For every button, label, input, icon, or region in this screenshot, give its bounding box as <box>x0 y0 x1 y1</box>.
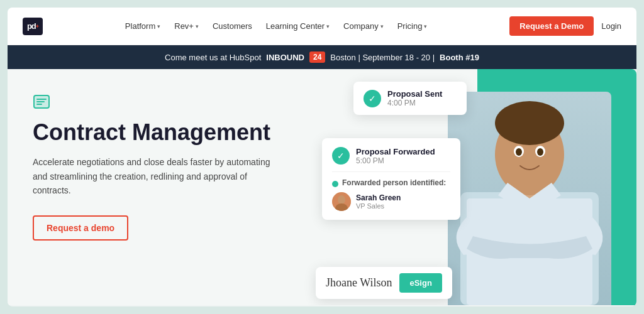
nav-item-customers[interactable]: Customers <box>208 18 257 35</box>
chevron-down-icon: ▾ <box>196 23 199 30</box>
nav-item-platform[interactable]: Platform ▾ <box>120 18 165 35</box>
nav-item-learning[interactable]: Learning Center ▾ <box>261 18 335 35</box>
check-icon: ✓ <box>332 147 350 165</box>
hero-subtitle: Accelerate negotiations and close deals … <box>33 155 272 197</box>
chevron-down-icon: ▾ <box>326 23 330 30</box>
dot-icon <box>332 181 338 187</box>
person-details: Sarah Green VP Sales <box>356 193 401 210</box>
avatar <box>332 192 351 211</box>
request-demo-button[interactable]: Request a Demo <box>509 16 594 36</box>
nav-label-pricing: Pricing <box>397 21 423 31</box>
person-name: Sarah Green <box>356 193 401 202</box>
nav-label-company: Company <box>343 21 379 31</box>
logo-text: pd <box>27 21 36 31</box>
card-proposal-sent: ✓ Proposal Sent 4:00 PM <box>353 82 467 115</box>
nav-label-customers: Customers <box>213 21 252 31</box>
forwarded-time: 5:00 PM <box>356 156 435 165</box>
svg-point-11 <box>516 148 522 156</box>
banner-badge: 24 <box>309 51 325 63</box>
check-icon: ✓ <box>364 90 381 107</box>
banner-prefix: Come meet us at HubSpot <box>165 53 261 62</box>
esign-button[interactable]: eSign <box>399 273 441 293</box>
contract-icon <box>33 94 322 113</box>
chevron-down-icon: ▾ <box>157 23 160 30</box>
main-container: pd + Platform ▾ Rev+ ▾ Customers Learnin… <box>8 8 636 306</box>
navbar-nav: Platform ▾ Rev+ ▾ Customers Learning Cen… <box>120 18 433 35</box>
svg-point-15 <box>338 195 345 204</box>
proposal-sent-label: Proposal Sent <box>387 89 442 99</box>
outer-wrapper: pd + Platform ▾ Rev+ ▾ Customers Learnin… <box>0 8 644 314</box>
nav-item-rev[interactable]: Rev+ ▾ <box>169 18 204 35</box>
forwarded-row: ✓ Proposal Forwarded 5:00 PM <box>332 147 450 165</box>
hero-right: ✓ Proposal Sent 4:00 PM ✓ Proposal Forwa… <box>347 69 636 305</box>
hero-cta-button[interactable]: Request a demo <box>33 215 128 241</box>
forwarded-person-section: Forwarded person identified: <box>332 171 450 211</box>
nav-label-platform: Platform <box>125 21 155 31</box>
nav-label-rev: Rev+ <box>174 21 194 31</box>
svg-point-8 <box>495 101 564 145</box>
logo[interactable]: pd + <box>23 18 43 35</box>
person-row: Sarah Green VP Sales <box>332 192 450 211</box>
nav-item-pricing[interactable]: Pricing ▾ <box>392 18 433 35</box>
chevron-down-icon: ▾ <box>380 23 384 30</box>
forwarded-section-text: Forwarded person identified: <box>342 178 446 187</box>
forwarded-info: Proposal Forwarded 5:00 PM <box>356 147 435 165</box>
nav-label-learning: Learning Center <box>266 21 325 31</box>
card-esign: Jhoane Wilson eSign <box>316 267 452 299</box>
proposal-sent-time: 4:00 PM <box>387 99 442 107</box>
banner-suffix: Boston | September 18 - 20 | <box>330 53 435 62</box>
banner-brand: INBOUND <box>266 53 304 62</box>
person-title: VP Sales <box>356 202 401 210</box>
svg-point-12 <box>537 148 543 156</box>
navbar-actions: Request a Demo Login <box>509 16 621 36</box>
navbar: pd + Platform ▾ Rev+ ▾ Customers Learnin… <box>8 8 636 45</box>
banner-booth: Booth #19 <box>440 53 479 62</box>
login-button[interactable]: Login <box>601 21 621 31</box>
nav-item-company[interactable]: Company ▾ <box>338 18 389 35</box>
hero-section: Contract Management Accelerate negotiati… <box>8 69 636 305</box>
signature-text: Jhoane Wilson <box>326 276 392 290</box>
hero-left: Contract Management Accelerate negotiati… <box>8 69 347 305</box>
card-proposal-sent-info: Proposal Sent 4:00 PM <box>387 89 442 107</box>
forwarded-label: Proposal Forwarded <box>356 147 435 156</box>
card-proposal-forwarded: ✓ Proposal Forwarded 5:00 PM Forwarded p… <box>322 138 460 220</box>
chevron-down-icon: ▾ <box>424 23 427 30</box>
forwarded-section-label: Forwarded person identified: <box>332 178 450 187</box>
announcement-banner: Come meet us at HubSpot INBOUND 24 Bosto… <box>8 45 636 69</box>
person-photo <box>448 92 611 305</box>
hero-title: Contract Management <box>33 119 322 145</box>
logo-box: pd + <box>23 18 43 35</box>
